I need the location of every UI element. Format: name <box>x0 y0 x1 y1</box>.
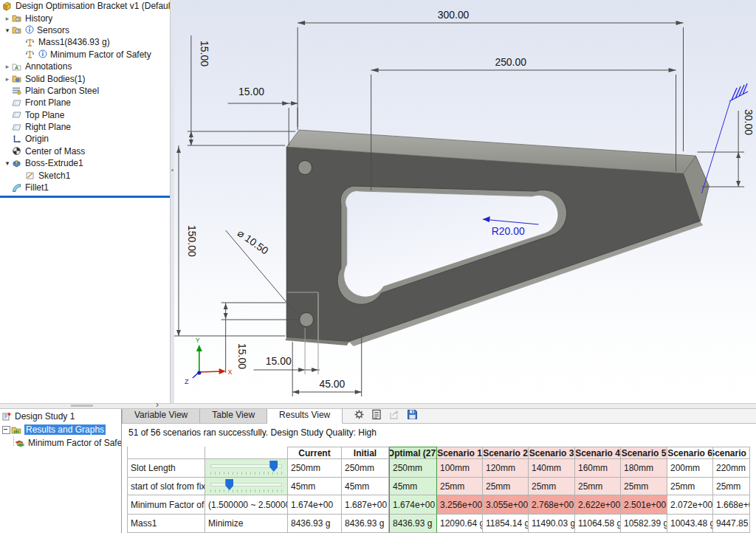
value-cell: 2.501e+00 <box>621 495 667 515</box>
row-label: start of slot from fixing <box>127 478 205 495</box>
value-cell: 10582.39 g <box>621 515 667 533</box>
tree-item-sketch1[interactable]: Sketch1 <box>0 169 170 181</box>
tree-item-sensors[interactable]: Sensors <box>0 24 170 36</box>
value-cell: 25mm <box>529 478 575 495</box>
panel-splitter-horizontal[interactable] <box>0 403 756 409</box>
dim-top-left-offset[interactable]: 15.00 <box>199 41 210 66</box>
tab-table-view[interactable]: Table View <box>200 408 267 423</box>
dim-foot-vertical[interactable]: 15.00 <box>236 343 248 369</box>
triad-y-label: Y <box>196 337 200 344</box>
slider-thumb-icon[interactable] <box>225 479 233 490</box>
value-cell: 45mm <box>342 478 389 495</box>
tree-item-solid-bodies[interactable]: Solid Bodies(1) <box>0 72 170 84</box>
tree-item-fillet1[interactable]: Fillet1 <box>0 182 170 193</box>
column-header[interactable]: Scenario 6 <box>667 447 713 459</box>
dim-slot-length[interactable]: 250.00 <box>495 56 526 68</box>
value-cell: 2.622e+00 <box>575 495 621 515</box>
collapse-chevron-icon[interactable] <box>156 399 159 410</box>
lower-hole[interactable] <box>300 313 314 327</box>
tree-item-front-plane[interactable]: Front Plane <box>0 97 170 109</box>
tree-connector <box>13 436 14 446</box>
column-header[interactable] <box>127 447 205 459</box>
tree-item-origin[interactable]: Origin <box>0 133 170 145</box>
tree-item-root[interactable]: Design Optimisation Bracket v1 (Default)… <box>0 0 170 12</box>
tree-item-center-of-mass[interactable]: Center of Mass <box>0 145 170 157</box>
splitter-handle-dot <box>171 169 173 171</box>
column-header[interactable]: Optimal (27) <box>389 447 437 459</box>
slider-ticks <box>210 472 282 475</box>
collapse-box-icon[interactable] <box>2 426 10 434</box>
study-settings-button[interactable] <box>350 408 368 423</box>
center-of-mass-icon <box>12 146 23 156</box>
study-save-button[interactable] <box>403 408 421 423</box>
column-header[interactable]: Initial <box>342 447 389 459</box>
study-tree-item-root[interactable]: Design Study 1 <box>0 410 121 423</box>
splitter-grab-handle[interactable] <box>71 405 93 407</box>
tab-variable-view[interactable]: Variable View <box>122 408 200 423</box>
collapse-arrow-icon[interactable] <box>3 159 12 167</box>
slider-track[interactable] <box>210 483 282 486</box>
study-tree-item-mfos-graph[interactable]: Minimum Factor of Safe <box>0 436 121 450</box>
value-cell: 9447.85 g <box>713 515 750 533</box>
solid-bodies-folder-icon <box>12 74 23 83</box>
gear-icon <box>354 409 365 422</box>
study-tree-panel: Design Study 1 Results and Graphs Minimu… <box>0 408 122 533</box>
rollback-bar[interactable] <box>0 196 170 198</box>
value-cell: 25mm <box>437 478 483 495</box>
triad-x-label: X <box>228 368 233 376</box>
value-cell: 2.072e+00 <box>667 495 713 515</box>
column-header[interactable]: Scenario 5 <box>621 447 667 459</box>
tree-item-right-plane[interactable]: Right Plane <box>0 121 170 133</box>
tree-item-mfos-sensor[interactable]: Minimum Factor of Safety <box>0 49 170 61</box>
study-report-button[interactable] <box>368 408 385 423</box>
slider-ticks <box>210 489 282 492</box>
slider-thumb-icon[interactable] <box>269 461 278 472</box>
variable-range-slider[interactable] <box>205 459 288 478</box>
dim-hole-from-edge[interactable]: 15.00 <box>238 86 264 97</box>
value-cell: 12090.64 g <box>437 515 483 533</box>
collapse-arrow-icon[interactable] <box>3 27 12 34</box>
upper-hole[interactable] <box>298 161 312 175</box>
dim-left-height[interactable]: 150.00 <box>186 225 198 257</box>
study-status-text: 51 of 56 scenarios ran successfully. Des… <box>122 424 756 438</box>
tree-item-history[interactable]: History <box>0 12 170 24</box>
sensors-folder-icon <box>12 25 23 35</box>
value-cell: 11064.58 g <box>575 515 621 533</box>
expand-arrow-icon[interactable] <box>3 15 12 22</box>
panel-splitter-vertical[interactable] <box>170 0 174 403</box>
value-cell: 25mm <box>667 478 713 495</box>
column-header[interactable] <box>205 447 288 459</box>
dim-fillet-radius[interactable]: R20.00 <box>492 225 525 237</box>
value-cell: 25mm <box>575 478 621 495</box>
variable-range-slider[interactable] <box>205 478 288 495</box>
column-header[interactable]: Scenario 7 <box>713 447 750 459</box>
tree-item-material[interactable]: Plain Carbon Steel <box>0 85 170 97</box>
tree-item-boss-extrude[interactable]: Boss-Extrude1 <box>0 157 170 169</box>
column-header[interactable]: Scenario 1 <box>437 447 483 459</box>
dim-foot-width[interactable]: 45.00 <box>319 378 345 390</box>
column-header[interactable]: Scenario 2 <box>483 447 529 459</box>
dim-overall-width[interactable]: 300.00 <box>438 9 470 21</box>
expand-arrow-icon[interactable] <box>3 63 12 70</box>
mass-sensor-icon <box>25 38 36 47</box>
graphics-viewport[interactable]: 300.00 250.00 15.00 150.00 15.00 30.00 ⌀… <box>174 0 756 403</box>
row-label: Mass1 <box>127 515 205 533</box>
design-study-icon <box>1 412 13 422</box>
tree-item-mass-sensor[interactable]: Mass1(8436.93 g) <box>0 36 170 48</box>
study-tree-root-label: Design Study 1 <box>15 411 75 422</box>
dim-end-height[interactable]: 30.00 <box>743 109 755 135</box>
tab-results-view[interactable]: Results View <box>267 408 343 424</box>
column-header[interactable]: Current <box>288 447 342 459</box>
study-export-button[interactable] <box>385 408 403 423</box>
value-cell: 11490.03 g <box>529 515 575 533</box>
study-tree-item-results[interactable]: Results and Graphs <box>0 423 121 436</box>
tree-item-annotations[interactable]: Annotations <box>0 61 170 72</box>
column-header[interactable]: Scenario 4 <box>575 447 621 459</box>
value-cell: 250mm <box>389 459 437 478</box>
tree-item-top-plane[interactable]: Top Plane <box>0 109 170 121</box>
dim-foot-horizontal[interactable]: 15.00 <box>266 355 292 367</box>
constraint-cell: Minimize <box>205 515 288 533</box>
boss-extrude-icon <box>12 159 23 168</box>
column-header[interactable]: Scenario 3 <box>529 447 575 459</box>
expand-arrow-icon[interactable] <box>3 75 12 83</box>
